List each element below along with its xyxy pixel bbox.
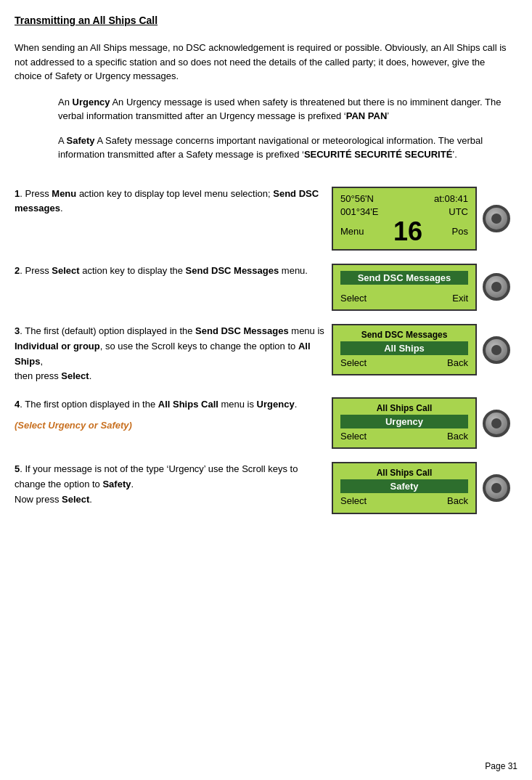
step5-screen-bottom: Select Back	[340, 495, 468, 508]
step4-screen-highlight: Urgency	[340, 415, 468, 428]
step1-knob-center	[491, 214, 502, 224]
step1-knob[interactable]	[483, 205, 510, 232]
step5-screen: All Ships Call Safety Select Back	[332, 462, 477, 513]
step2-text: 2. Press Select action key to display th…	[15, 264, 332, 279]
select-urgency-label: (Select Urgency or Safety)	[15, 420, 132, 431]
step1-section: 1. Press Menu action key to display top …	[15, 187, 510, 251]
urgency-text: An Urgency An Urgency message is used wh…	[58, 95, 510, 123]
safety-block: A Safety A Safety message concerns impor…	[58, 134, 510, 162]
step2-screen-bottom: Select Exit	[340, 292, 468, 305]
step1-device-unit: 50°56'N at:08:41 001°34'E UTC Menu 16 Po…	[332, 187, 510, 251]
step2-device: Send DSC Messages Select Exit	[332, 264, 510, 311]
step1-device: 50°56'N at:08:41 001°34'E UTC Menu 16 Po…	[332, 187, 510, 251]
step1-screen-row1: 50°56'N at:08:41	[340, 192, 468, 206]
step3-text: 3. The first (default) option displayed …	[15, 324, 332, 384]
step3-knob[interactable]	[483, 336, 510, 364]
step4-knob-center	[491, 418, 502, 428]
step3-screen-title: Send DSC Messages	[340, 330, 468, 340]
urgency-block: An Urgency An Urgency message is used wh…	[58, 95, 510, 123]
step4-knob[interactable]	[483, 410, 510, 437]
page-title: Transmitting an All Ships Call	[15, 15, 510, 26]
step5-device-unit: All Ships Call Safety Select Back	[332, 462, 510, 513]
step3-knob-center	[491, 345, 502, 355]
intro-paragraph: When sending an All Ships message, no DS…	[15, 41, 510, 84]
safety-label: Safety	[67, 135, 95, 146]
step2-screen: Send DSC Messages Select Exit	[332, 264, 477, 311]
step5-screen-highlight: Safety	[340, 479, 468, 493]
safety-text: A Safety A Safety message concerns impor…	[58, 134, 510, 162]
step4-device-unit: All Ships Call Urgency Select Back	[332, 397, 510, 449]
step3-device: Send DSC Messages All Ships Select Back	[332, 324, 510, 375]
step3-section: 3. The first (default) option displayed …	[15, 324, 510, 384]
step5-section: 5. If your message is not of the type ‘U…	[15, 462, 510, 513]
step1-screen: 50°56'N at:08:41 001°34'E UTC Menu 16 Po…	[332, 187, 477, 251]
step2-device-unit: Send DSC Messages Select Exit	[332, 264, 510, 311]
step3-device-unit: Send DSC Messages All Ships Select Back	[332, 324, 510, 375]
step5-knob[interactable]	[483, 474, 510, 502]
step4-screen-bottom: Select Back	[340, 430, 468, 443]
step2-knob[interactable]	[483, 273, 510, 301]
step1-screen-row3: Menu 16 Pos	[340, 219, 468, 245]
step4-section: 4. The first option displayed in the All…	[15, 397, 510, 449]
step3-screen-bottom: Select Back	[340, 357, 468, 370]
step5-screen-title: All Ships Call	[340, 468, 468, 478]
step4-text: 4. The first option displayed in the All…	[15, 397, 332, 434]
page-number: Page 31	[485, 761, 517, 771]
step2-screen-title: Send DSC Messages	[340, 271, 468, 285]
step2-section: 2. Press Select action key to display th…	[15, 264, 510, 311]
step1-text: 1. Press Menu action key to display top …	[15, 187, 332, 217]
step2-knob-center	[491, 282, 502, 292]
step5-knob-center	[491, 483, 502, 493]
step5-text: 5. If your message is not of the type ‘U…	[15, 462, 332, 507]
step4-device: All Ships Call Urgency Select Back	[332, 397, 510, 449]
step4-screen-title: All Ships Call	[340, 403, 468, 413]
step5-device: All Ships Call Safety Select Back	[332, 462, 510, 513]
step3-screen: Send DSC Messages All Ships Select Back	[332, 324, 477, 375]
step4-screen: All Ships Call Urgency Select Back	[332, 397, 477, 449]
step3-screen-highlight: All Ships	[340, 341, 468, 355]
urgency-label: Urgency	[73, 97, 110, 107]
